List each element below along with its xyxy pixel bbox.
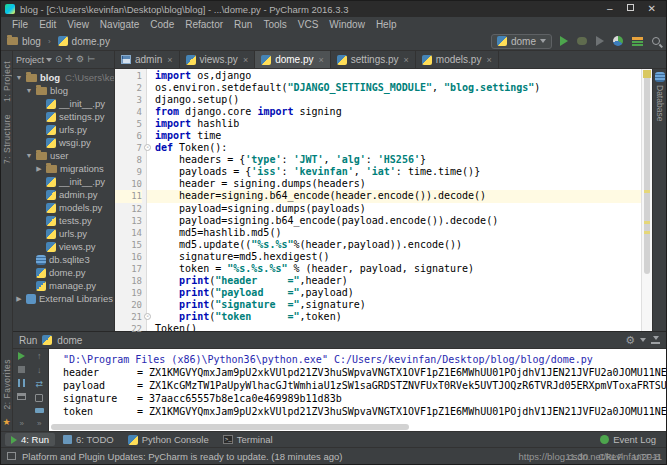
tree-item-domepy[interactable]: dome.py <box>13 266 114 279</box>
code-line[interactable]: header=signing.b64_encode(header.encode(… <box>147 190 641 202</box>
gear-icon[interactable]: ⚙ <box>625 335 635 346</box>
print-button[interactable] <box>35 408 44 414</box>
run-button[interactable] <box>560 36 568 46</box>
code-line[interactable]: payloads = {'iss': 'kevinfan', 'iat': ti… <box>155 166 641 178</box>
caret-position[interactable]: 11:30 <box>565 451 588 462</box>
toolwindow-button-6-todo[interactable]: 6: TODO <box>57 433 120 446</box>
tree-item-urlspy[interactable]: urls.py <box>13 227 114 240</box>
more-actions-icon[interactable]: » <box>37 419 41 428</box>
gutter-line-number[interactable]: 18 <box>115 275 142 287</box>
database-tool-button[interactable]: Database <box>655 85 665 121</box>
code-line[interactable]: payload=signing.b64_encode(payload.encod… <box>155 215 641 227</box>
gutter-line-number[interactable]: 11 <box>115 190 142 202</box>
tool-stripe-structure[interactable]: 7: Structure <box>2 114 12 164</box>
gutter-line-number[interactable]: 16 <box>115 251 142 263</box>
code-editor[interactable]: 1234567-89101112131415161718192021-22 im… <box>115 69 652 331</box>
code-line[interactable]: headers = {'type': 'JWT', 'alg': 'HS256'… <box>155 154 641 166</box>
code-line[interactable]: print("token =",token) <box>155 311 641 323</box>
run-configuration-select[interactable]: dome <box>491 34 552 49</box>
tree-item-dbsqlite3[interactable]: db.sqlite3 <box>13 253 114 266</box>
gutter-line-number[interactable]: 22 <box>115 323 142 335</box>
code-line[interactable]: django.setup() <box>155 94 641 106</box>
menu-item-code[interactable]: Code <box>145 18 179 31</box>
code-line[interactable]: payload=signing.dumps(payloads) <box>155 203 641 215</box>
settings-icon[interactable]: ⚙ <box>76 55 84 64</box>
gutter-line-number[interactable]: 6 <box>115 130 142 142</box>
code-line[interactable]: def Token(): <box>155 142 641 154</box>
tool-stripe-project[interactable]: 1: Project <box>2 61 12 102</box>
close-icon[interactable]: × <box>243 55 248 65</box>
console-horizontal-scrollbar[interactable] <box>51 424 409 430</box>
rerun-button[interactable] <box>18 352 25 360</box>
editor-gutter[interactable]: 1234567-89101112131415161718192021-22 <box>115 69 147 331</box>
menu-item-tools[interactable]: Tools <box>258 18 291 31</box>
debug-button[interactable] <box>577 37 587 45</box>
tree-item-testspy[interactable]: tests.py <box>13 214 114 227</box>
maximize-button[interactable] <box>627 4 634 11</box>
tree-item-user[interactable]: ▼user <box>13 149 114 162</box>
chevron-expanded-icon[interactable]: ▼ <box>15 74 23 81</box>
code-line[interactable]: token = "%s.%s.%s" % (header, payload, s… <box>155 263 641 275</box>
line-ending[interactable]: CRLF <box>598 451 623 462</box>
tab-views-py[interactable]: views.py× <box>180 51 256 68</box>
down-stack-trace-button[interactable]: ↓ <box>37 366 42 374</box>
gutter-line-number[interactable]: 7- <box>115 142 142 154</box>
update-project-button[interactable] <box>613 36 623 46</box>
menu-item-view[interactable]: View <box>62 18 94 31</box>
gutter-line-number[interactable]: 17 <box>115 263 142 275</box>
tree-item-blog[interactable]: ▼blogC:\Users\kevinfa <box>13 71 114 84</box>
toolwindow-button-4-run[interactable]: 4: Run <box>5 433 55 446</box>
menu-item-window[interactable]: Window <box>324 18 370 31</box>
soft-wrap-button[interactable]: ⇄ <box>35 380 43 388</box>
breadcrumb-item-blog[interactable]: blog <box>7 36 41 47</box>
chevron-expanded-icon[interactable]: ▼ <box>25 87 33 94</box>
editor-scrollbar[interactable] <box>641 69 652 331</box>
tree-item-__init__py[interactable]: __init__.py <box>13 97 114 110</box>
menu-item-edit[interactable]: Edit <box>34 18 61 31</box>
hide-tool-window-icon[interactable] <box>651 336 660 344</box>
chevron-collapsed-icon[interactable]: ▶ <box>15 295 23 303</box>
gutter-line-number[interactable]: 4 <box>115 106 142 118</box>
tree-item-ExternalLibraries[interactable]: ▶External Libraries <box>13 292 114 305</box>
tree-item-adminpy[interactable]: admin.py <box>13 188 114 201</box>
close-icon[interactable]: × <box>167 55 172 65</box>
gutter-line-number[interactable]: 21- <box>115 311 142 323</box>
toolwindow-button-terminal[interactable]: >_Terminal <box>217 433 279 446</box>
tool-window-switcher-icon[interactable] <box>7 452 16 460</box>
gutter-line-number[interactable]: 1 <box>115 70 142 82</box>
gutter-line-number[interactable]: 14 <box>115 227 142 239</box>
code-line[interactable]: import os,django <box>155 70 641 82</box>
tab-models-py[interactable]: models.py× <box>416 51 499 68</box>
close-icon[interactable]: × <box>319 55 324 65</box>
tree-item-viewspy[interactable]: views.py <box>13 240 114 253</box>
gutter-line-number[interactable]: 10 <box>115 178 142 190</box>
menu-item-run[interactable]: Run <box>229 18 257 31</box>
tool-stripe-favorites[interactable]: 2: Favorites <box>2 359 12 409</box>
menu-item-refactor[interactable]: Refactor <box>180 18 228 31</box>
gutter-line-number[interactable]: 2 <box>115 82 142 94</box>
gutter-line-number[interactable]: 13 <box>115 215 142 227</box>
code-line[interactable]: print("payload =",payload) <box>155 287 641 299</box>
code-line[interactable]: from django.core import signing <box>155 106 641 118</box>
tab-dome-py[interactable]: dome.py× <box>255 51 331 68</box>
editor-code-pane[interactable]: import os,djangoos.environ.setdefault("D… <box>147 69 641 331</box>
gutter-line-number[interactable]: 8 <box>115 154 142 166</box>
chevron-expanded-icon[interactable]: ▼ <box>25 152 33 159</box>
restore-layout-button[interactable] <box>17 393 26 400</box>
tab-admin[interactable]: admin× <box>115 51 180 68</box>
code-line[interactable]: import time <box>155 130 641 142</box>
close-icon[interactable]: × <box>404 55 409 65</box>
tree-item-wsgipy[interactable]: wsgi.py <box>13 136 114 149</box>
project-panel-title[interactable]: Project <box>16 55 52 65</box>
tree-item-settingspy[interactable]: settings.py <box>13 110 114 123</box>
file-encoding[interactable]: UTF-8 <box>633 451 660 462</box>
gutter-line-number[interactable]: 3 <box>115 94 142 106</box>
fold-marker-icon[interactable]: - <box>144 313 151 320</box>
code-line[interactable]: import hashlib <box>155 118 641 130</box>
tree-item-managepy[interactable]: manage.py <box>13 279 114 292</box>
tree-item-__init__py[interactable]: __init__.py <box>13 175 114 188</box>
stop-button[interactable] <box>18 366 25 373</box>
gutter-line-number[interactable]: 12 <box>115 203 142 215</box>
tree-item-modelspy[interactable]: models.py <box>13 201 114 214</box>
menu-item-vcs[interactable]: VCS <box>293 18 324 31</box>
